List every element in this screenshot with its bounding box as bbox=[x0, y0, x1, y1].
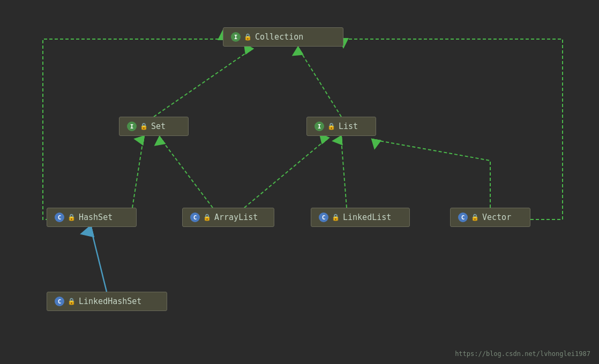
node-collection: I 🔒 Collection bbox=[223, 27, 343, 47]
lock-icon-set: 🔒 bbox=[140, 123, 148, 130]
lock-icon-linkedhashset: 🔒 bbox=[68, 298, 76, 305]
badge-class-arraylist: C bbox=[190, 213, 200, 222]
node-list: I 🔒 List bbox=[306, 117, 376, 136]
lock-icon-arraylist: 🔒 bbox=[203, 214, 211, 221]
label-linkedhashset: LinkedHashSet bbox=[79, 297, 141, 306]
node-arraylist: C 🔒 ArrayList bbox=[182, 208, 274, 227]
node-set: I 🔒 Set bbox=[119, 117, 189, 136]
label-linkedlist: LinkedList bbox=[343, 213, 391, 222]
svg-line-3 bbox=[154, 51, 249, 117]
label-list: List bbox=[339, 122, 358, 131]
lock-icon-vector: 🔒 bbox=[471, 214, 479, 221]
svg-line-5 bbox=[132, 140, 143, 208]
badge-interface-collection: I bbox=[231, 32, 241, 42]
lock-icon-linkedlist: 🔒 bbox=[332, 214, 340, 221]
diagram-container: I 🔒 Collection I 🔒 Set I 🔒 List C 🔒 Hash… bbox=[0, 0, 599, 364]
badge-class-vector: C bbox=[458, 213, 468, 222]
lock-icon-collection: 🔒 bbox=[244, 33, 252, 41]
label-vector: Vector bbox=[482, 213, 511, 222]
svg-line-9 bbox=[92, 231, 107, 292]
badge-class-linkedlist: C bbox=[319, 213, 328, 222]
svg-line-6 bbox=[162, 140, 213, 208]
node-vector: C 🔒 Vector bbox=[450, 208, 530, 227]
label-hashset: HashSet bbox=[79, 213, 113, 222]
lock-icon-hashset: 🔒 bbox=[68, 214, 76, 221]
badge-interface-list: I bbox=[315, 122, 324, 131]
label-set: Set bbox=[151, 122, 166, 131]
badge-class-hashset: C bbox=[55, 213, 64, 222]
label-collection: Collection bbox=[255, 32, 303, 42]
node-hashset: C 🔒 HashSet bbox=[47, 208, 137, 227]
lock-icon-list: 🔒 bbox=[327, 123, 335, 130]
watermark: https://blog.csdn.net/lvhonglei1987 bbox=[455, 350, 590, 358]
svg-line-7 bbox=[244, 140, 325, 208]
svg-line-8 bbox=[341, 140, 347, 208]
node-linkedhashset: C 🔒 LinkedHashSet bbox=[47, 292, 167, 311]
label-arraylist: ArrayList bbox=[214, 213, 258, 222]
svg-line-4 bbox=[300, 51, 341, 117]
node-linkedlist: C 🔒 LinkedList bbox=[311, 208, 410, 227]
badge-interface-set: I bbox=[127, 122, 137, 131]
badge-class-linkedhashset: C bbox=[55, 297, 64, 306]
